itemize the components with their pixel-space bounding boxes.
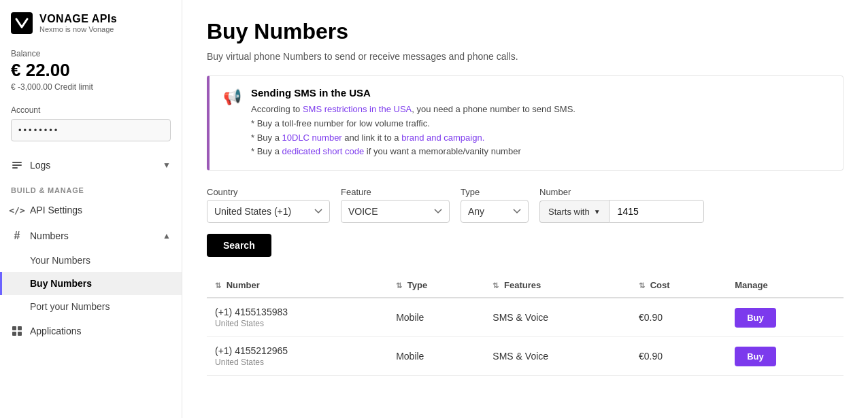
svg-rect-0 [11,12,33,34]
cell-manage-0: Buy [727,298,844,337]
build-section-label: BUILD & MANAGE [0,178,182,197]
features-sort-icon: ⇅ [493,281,499,290]
sidebar-item-api-settings[interactable]: </> API Settings [0,197,182,223]
starts-with-chevron-icon: ▼ [594,208,601,215]
results-table: ⇅ Number ⇅ Type ⇅ Features ⇅ Cost Manage [207,273,844,376]
sidebar-item-numbers[interactable]: # Numbers ▲ [0,223,182,249]
col-number-label: Number [227,280,260,290]
number-filter-group: Number Starts with ▼ [539,187,704,223]
applications-icon [11,325,23,337]
buy-button-0[interactable]: Buy [735,308,776,328]
dedicated-short-code-link[interactable]: dedicated short code [282,146,365,156]
alert-icon: 📢 [223,88,241,159]
svg-rect-6 [12,332,16,336]
sidebar-item-logs[interactable]: Logs ▼ [0,152,182,178]
svg-rect-5 [18,326,22,330]
col-manage-label: Manage [735,280,767,290]
account-label: Account [11,105,171,115]
starts-with-label: Starts with [548,207,590,217]
table-row: (+1) 4155135983 United States Mobile SMS… [207,298,844,337]
col-cost-label: Cost [650,280,670,290]
balance-amount: € 22.00 [11,60,171,81]
logs-chevron-icon: ▼ [163,160,171,170]
table-row: (+1) 4155212965 United States Mobile SMS… [207,337,844,376]
numbers-label: Numbers [30,230,69,241]
type-sort-icon: ⇅ [396,281,402,290]
buy-numbers-label: Buy Numbers [30,278,92,289]
svg-rect-2 [12,164,22,166]
api-settings-icon: </> [11,204,23,216]
cell-features-0: SMS & Voice [484,298,631,337]
logo: VONAGE APIs Nexmo is now Vonage [0,0,182,41]
sidebar-item-your-numbers[interactable]: Your Numbers [0,249,182,272]
sidebar: VONAGE APIs Nexmo is now Vonage Balance … [0,0,182,418]
type-select[interactable]: Any Mobile Landline Toll-free [461,200,529,223]
main-content: Buy Numbers Buy virtual phone Numbers to… [182,0,868,418]
col-cost[interactable]: ⇅ Cost [631,273,727,298]
page-subtitle: Buy virtual phone Numbers to send or rec… [207,51,844,62]
number-sort-icon: ⇅ [215,281,221,290]
cell-number-1: (+1) 4155212965 United States [207,337,388,376]
col-features-label: Features [504,280,541,290]
table-header: ⇅ Number ⇅ Type ⇅ Features ⇅ Cost Manage [207,273,844,298]
country-select[interactable]: United States (+1) United Kingdom (+44) … [207,200,330,223]
logo-sub: Nexmo is now Vonage [39,25,117,33]
search-section: Country United States (+1) United Kingdo… [207,187,844,257]
cell-manage-1: Buy [727,337,844,376]
col-manage: Manage [727,273,844,298]
account-section: Account [0,100,182,150]
sidebar-item-buy-numbers[interactable]: Buy Numbers [0,272,182,295]
number-input[interactable] [609,200,704,223]
alert-line-2: * Buy a toll-free number for low volume … [251,117,829,131]
sidebar-nav: Logs ▼ BUILD & MANAGE </> API Settings #… [0,150,182,418]
logo-brand: VONAGE APIs [39,13,117,25]
page-title: Buy Numbers [207,19,844,44]
numbers-icon: # [11,230,23,242]
search-button[interactable]: Search [207,234,271,257]
cost-sort-icon: ⇅ [639,281,645,290]
type-label: Type [461,187,529,197]
cell-features-1: SMS & Voice [484,337,631,376]
feature-select[interactable]: VOICE SMS MMS [341,200,450,223]
col-type[interactable]: ⇅ Type [388,273,484,298]
numbers-chevron-icon: ▲ [163,231,171,241]
feature-label: Feature [341,187,450,197]
country-label: Country [207,187,330,197]
svg-rect-4 [12,326,16,330]
alert-content: Sending SMS in the USA According to SMS … [251,87,829,159]
col-features[interactable]: ⇅ Features [484,273,631,298]
country-filter-group: Country United States (+1) United Kingdo… [207,187,330,223]
logs-icon [11,159,23,171]
balance-credit: € -3,000.00 Credit limit [11,82,171,92]
logs-label: Logs [30,160,50,171]
vonage-logo-icon [11,12,33,34]
account-selector[interactable] [11,119,171,141]
svg-rect-1 [12,162,22,163]
balance-section: Balance € 22.00 € -3,000.00 Credit limit [0,41,182,100]
sidebar-item-port-numbers[interactable]: Port your Numbers [0,295,182,318]
col-number[interactable]: ⇅ Number [207,273,388,298]
cell-type-1: Mobile [388,337,484,376]
sms-alert-banner: 📢 Sending SMS in the USA According to SM… [207,75,844,171]
cell-cost-0: €0.90 [631,298,727,337]
alert-line-3: * Buy a 10DLC number and link it to a br… [251,131,829,145]
table-body: (+1) 4155135983 United States Mobile SMS… [207,298,844,376]
balance-label: Balance [11,49,171,58]
svg-rect-3 [12,167,18,169]
feature-filter-group: Feature VOICE SMS MMS [341,187,450,223]
buy-button-1[interactable]: Buy [735,347,776,366]
starts-with-button[interactable]: Starts with ▼ [539,201,609,223]
alert-line-4: * Buy a dedicated short code if you want… [251,145,829,159]
sms-restrictions-link[interactable]: SMS restrictions in the USA [303,104,412,114]
10dlc-link[interactable]: 10DLC number [282,133,342,143]
brand-campaign-link[interactable]: brand and campaign. [401,133,484,143]
alert-title: Sending SMS in the USA [251,87,829,99]
search-filters: Country United States (+1) United Kingdo… [207,187,844,223]
number-filter-control: Starts with ▼ [539,200,704,223]
logo-text: VONAGE APIs Nexmo is now Vonage [39,13,117,33]
sidebar-item-applications[interactable]: Applications [0,318,182,344]
port-numbers-label: Port your Numbers [30,301,110,312]
cell-cost-1: €0.90 [631,337,727,376]
svg-rect-7 [18,332,22,336]
number-label: Number [539,187,704,197]
